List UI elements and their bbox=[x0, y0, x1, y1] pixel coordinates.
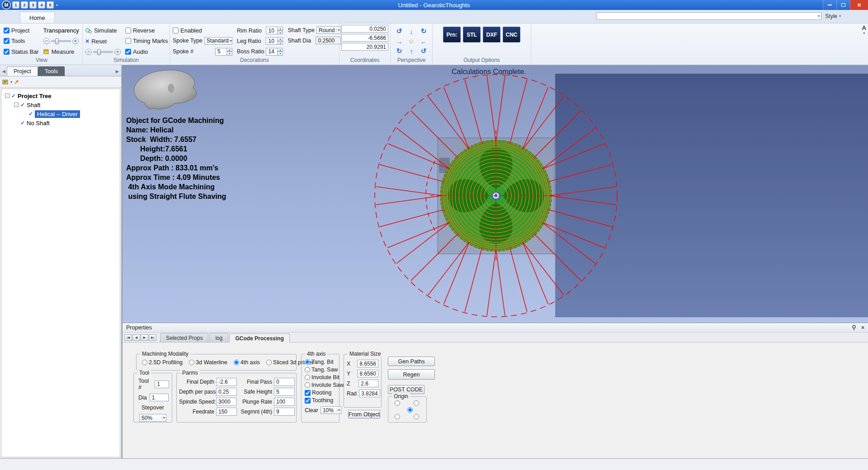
coordinate-z-field[interactable]: 20.9291 bbox=[341, 43, 388, 51]
checkbox-rooting[interactable]: Rooting bbox=[305, 390, 336, 396]
pan-right-button[interactable]: → bbox=[393, 37, 405, 46]
pan-left-button[interactable]: ← bbox=[418, 37, 429, 46]
tool-number-field[interactable]: 1 bbox=[155, 381, 169, 388]
radio-tang-bit[interactable]: Tang. Bit bbox=[305, 359, 336, 365]
leg-ratio-stepper[interactable]: 10▲▼ bbox=[266, 37, 283, 45]
expander-icon[interactable]: - bbox=[14, 103, 19, 107]
checkbox-status-bar[interactable]: Status Bar bbox=[4, 48, 39, 55]
boss-ratio-stepper[interactable]: 14▲▼ bbox=[266, 48, 283, 56]
slider-thumb[interactable] bbox=[55, 38, 59, 44]
slider-minus-icon[interactable]: − bbox=[85, 49, 92, 55]
tilt-cw-button[interactable]: ↻ bbox=[393, 47, 405, 56]
spoke-count-stepper[interactable]: 5▲▼ bbox=[215, 48, 232, 56]
spin-up-icon[interactable]: ▲ bbox=[278, 37, 283, 41]
spin-down-icon[interactable]: ▼ bbox=[227, 52, 232, 56]
tab-tools[interactable]: Tools bbox=[38, 66, 65, 76]
radio-involute-bit[interactable]: Involute Bit bbox=[305, 374, 336, 381]
nav-next-button[interactable]: ▶ bbox=[141, 334, 148, 341]
reset-view-button[interactable]: ☺ bbox=[406, 37, 417, 46]
final-depth-field[interactable]: -2.6 bbox=[216, 378, 237, 386]
print-output-button[interactable]: Prn: bbox=[443, 27, 461, 42]
transparency-slider[interactable]: − + bbox=[43, 38, 79, 44]
checkbox-enabled[interactable]: Enabled bbox=[173, 27, 232, 34]
material-z-field[interactable]: 2.6 bbox=[359, 380, 378, 387]
close-panel-icon[interactable]: × bbox=[861, 324, 864, 331]
stepover-dropdown[interactable]: 50%▾ bbox=[139, 414, 166, 422]
font-button[interactable]: A ▾ bbox=[862, 24, 866, 35]
gen-paths-button[interactable]: Gen Paths bbox=[388, 357, 435, 366]
material-y-field[interactable]: 8.6560 bbox=[357, 370, 378, 377]
tab-project[interactable]: Project bbox=[7, 66, 38, 76]
scroll-left-icon[interactable]: ◀ bbox=[1, 69, 7, 76]
clear-dropdown[interactable]: 10%▾ bbox=[321, 406, 341, 414]
radio-25d-profiling[interactable]: 2.5D Profiling bbox=[142, 359, 183, 366]
pan-down-button[interactable]: ↓ bbox=[406, 27, 417, 36]
checkbox-tools[interactable]: Tools bbox=[4, 38, 39, 44]
spindle-speed-field[interactable]: 3000 bbox=[216, 398, 237, 406]
nav-last-button[interactable]: ▶| bbox=[149, 334, 156, 341]
checkbox-reverse[interactable]: Reverse bbox=[125, 27, 168, 34]
regen-button[interactable]: Regen bbox=[388, 369, 435, 380]
post-code-button[interactable]: POST CODE bbox=[388, 385, 425, 394]
spin-down-icon[interactable]: ▼ bbox=[278, 31, 283, 35]
quick-access-button-5[interactable]: 5 bbox=[47, 1, 54, 9]
origin-top-right-radio[interactable] bbox=[414, 400, 419, 406]
quick-access-button-2[interactable]: 2 bbox=[21, 1, 28, 9]
depth-per-pass-field[interactable]: 0.25 bbox=[216, 388, 237, 396]
nav-prev-button[interactable]: ◀ bbox=[132, 334, 140, 341]
checkbox-toothing[interactable]: Toothing bbox=[305, 397, 336, 404]
origin-bottom-left-radio[interactable] bbox=[395, 414, 400, 419]
spin-up-icon[interactable]: ▲ bbox=[278, 48, 283, 52]
tree-item-helical[interactable]: ✓ Helical -- Driver bbox=[2, 109, 119, 118]
simulate-button[interactable]: Simulate bbox=[85, 27, 121, 34]
rim-ratio-stepper[interactable]: 10▲▼ bbox=[266, 27, 283, 34]
slider-plus-icon[interactable]: + bbox=[114, 49, 121, 55]
dxf-output-button[interactable]: DXF bbox=[483, 27, 500, 42]
final-pass-field[interactable]: 0 bbox=[274, 378, 295, 386]
radio-tang-saw[interactable]: Tang. Saw bbox=[305, 367, 336, 373]
slider-thumb[interactable] bbox=[97, 49, 101, 55]
spin-down-icon[interactable]: ▼ bbox=[278, 52, 283, 56]
slider-minus-icon[interactable]: − bbox=[43, 38, 50, 44]
plunge-rate-field[interactable]: 100 bbox=[274, 398, 295, 406]
tool-dia-field[interactable]: 1 bbox=[150, 394, 169, 401]
minimize-button[interactable] bbox=[823, 0, 836, 10]
quick-access-button-3[interactable]: 3 bbox=[29, 1, 37, 9]
rotate-ccw-button[interactable]: ↺ bbox=[393, 27, 405, 36]
viewport-3d[interactable]: Calculations Complete. Object for GCode … bbox=[123, 65, 868, 323]
quick-access-button-1[interactable]: 1 bbox=[12, 1, 19, 9]
simulation-speed-slider[interactable]: − + bbox=[85, 49, 121, 55]
spin-up-icon[interactable]: ▲ bbox=[278, 27, 283, 31]
quick-access-caret-icon[interactable]: ▾ bbox=[55, 3, 58, 7]
app-logo-icon[interactable]: M bbox=[2, 0, 11, 9]
tab-selected-props[interactable]: Selected Props bbox=[160, 333, 208, 342]
expander-icon[interactable]: - bbox=[5, 94, 9, 98]
tree-item-shaft[interactable]: - ✓ Shaft bbox=[2, 100, 119, 109]
feedrate-field[interactable]: 150 bbox=[216, 408, 237, 416]
material-rad-field[interactable]: 3.8284 bbox=[359, 390, 380, 397]
tab-log[interactable]: log bbox=[209, 333, 228, 342]
tree-options-icon[interactable] bbox=[2, 79, 9, 85]
safe-height-field[interactable]: 5 bbox=[274, 388, 295, 396]
pan-up-button[interactable]: ↑ bbox=[406, 47, 417, 56]
origin-bottom-right-radio[interactable] bbox=[414, 414, 419, 419]
checkbox-audio[interactable]: Audio bbox=[125, 48, 168, 55]
chevron-down-icon[interactable]: ▾ bbox=[10, 80, 12, 84]
shaft-dia-field[interactable]: 0.2500 bbox=[316, 37, 341, 44]
popout-icon[interactable]: ↗ bbox=[14, 79, 19, 85]
quick-access-button-4[interactable]: 4 bbox=[38, 1, 45, 9]
segment-4th-field[interactable]: 9 bbox=[274, 408, 295, 416]
measure-button[interactable]: Measure bbox=[43, 48, 79, 55]
checkbox-timing-marks[interactable]: Timing Marks bbox=[125, 38, 168, 44]
maximize-button[interactable] bbox=[836, 0, 850, 10]
slider-plus-icon[interactable]: + bbox=[72, 38, 79, 44]
tilt-ccw-button[interactable]: ↺ bbox=[418, 47, 429, 56]
radio-3d-waterline[interactable]: 3d Waterline bbox=[189, 359, 227, 366]
reset-button[interactable]: × Reset bbox=[85, 38, 121, 45]
cnc-output-button[interactable]: CNC bbox=[503, 27, 520, 42]
spin-down-icon[interactable]: ▼ bbox=[278, 41, 283, 45]
origin-center-radio[interactable] bbox=[407, 407, 413, 413]
spoke-type-dropdown[interactable]: Standard▾ bbox=[204, 37, 232, 45]
radio-involute-saw[interactable]: Involute Saw bbox=[305, 382, 336, 388]
material-x-field[interactable]: 8.6556 bbox=[357, 360, 378, 367]
